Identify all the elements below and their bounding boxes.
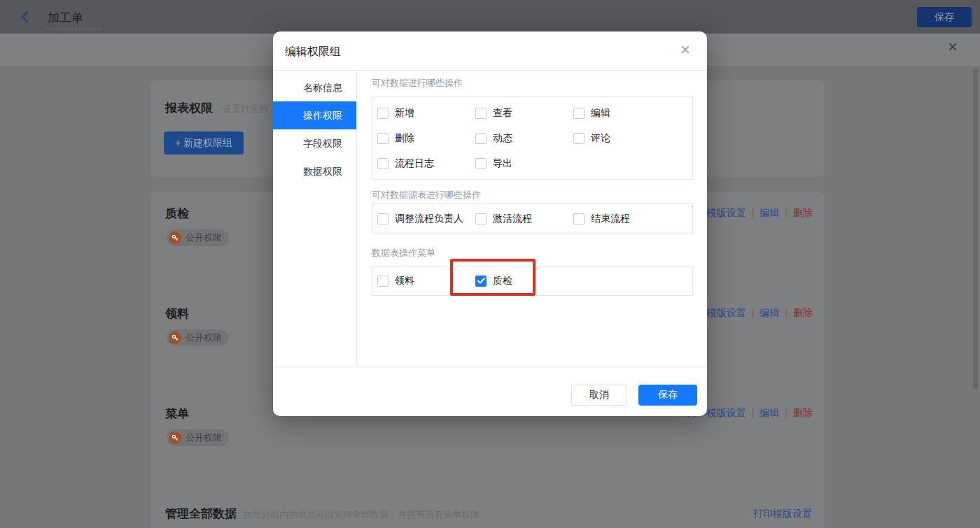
modal-footer: 取消 保存 xyxy=(273,366,707,416)
back-icon xyxy=(18,10,32,24)
page-scrollbar[interactable] xyxy=(973,68,978,389)
check-icon xyxy=(477,278,485,284)
public-permission-badge: 公开权限 xyxy=(167,229,229,246)
manage-all-title: 管理全部数据 xyxy=(165,506,237,522)
modal-title: 编辑权限组 xyxy=(285,45,341,59)
public-permission-badge: 公开权限 xyxy=(167,429,229,446)
modal-content: 可对数据进行哪些操作 新增 查看 编辑 xyxy=(357,71,707,366)
checkbox[interactable] xyxy=(573,108,584,119)
key-icon xyxy=(169,231,181,244)
link-separator: | xyxy=(752,207,755,218)
checkbox-label: 流程日志 xyxy=(395,157,434,170)
checkbox-label: 调整流程负责人 xyxy=(395,213,463,225)
datasource-operations-label: 可对数据源表进行哪些操作 xyxy=(372,190,693,201)
edit-link[interactable]: 编辑 xyxy=(760,207,779,218)
checkbox-label: 新增 xyxy=(395,107,414,120)
checkbox[interactable] xyxy=(475,158,486,169)
checkbox[interactable] xyxy=(573,213,584,224)
form-title[interactable]: 加工单 xyxy=(48,10,83,26)
checkbox-label: 删除 xyxy=(395,132,414,145)
screen: 加工单 保存 × 报表权限 设置对应的「 + 新建权限组 质检 公开权限 打印模… xyxy=(0,0,980,528)
report-permissions-hint: 设置对应的「 xyxy=(223,103,277,115)
checkbox-item: 评论 xyxy=(568,126,692,151)
link-separator: | xyxy=(752,407,755,418)
report-permissions-title: 报表权限 xyxy=(165,100,213,116)
tab-operation-permissions[interactable]: 操作权限 xyxy=(273,101,356,129)
checkbox-item: 动态 xyxy=(470,126,568,151)
checkbox[interactable] xyxy=(475,133,486,144)
group-title: 菜单 xyxy=(165,406,189,422)
checkbox-item: 查看 xyxy=(470,101,568,126)
delete-link[interactable]: 删除 xyxy=(793,307,813,318)
top-toolbar: 加工单 保存 xyxy=(0,0,980,34)
checkbox-label: 查看 xyxy=(493,107,512,120)
topbar-save-button[interactable]: 保存 xyxy=(917,7,972,27)
new-permission-group-button[interactable]: + 新建权限组 xyxy=(164,131,244,155)
modal-side-tabs: 名称信息 操作权限 字段权限 数据权限 xyxy=(273,71,357,366)
checkbox-label: 编辑 xyxy=(591,107,610,120)
checkbox-label: 结束流程 xyxy=(591,213,630,225)
group-title: 质检 xyxy=(165,206,189,222)
checkbox-label: 领料 xyxy=(395,275,414,287)
manage-all-links: 打印模版设置 xyxy=(753,508,812,520)
edit-link[interactable]: 编辑 xyxy=(760,407,779,418)
delete-link[interactable]: 删除 xyxy=(793,207,813,218)
checkbox[interactable] xyxy=(475,108,486,119)
checkbox-label: 质检 xyxy=(493,275,512,287)
delete-link[interactable]: 删除 xyxy=(793,407,813,418)
public-permission-badge: 公开权限 xyxy=(167,329,229,346)
checkbox[interactable] xyxy=(573,133,584,144)
checkbox-item: 删除 xyxy=(372,126,470,151)
print-template-link[interactable]: 打印模版设置 xyxy=(753,508,812,519)
checkbox-item: 激活流程 xyxy=(470,206,568,231)
checkbox-item: 调整流程负责人 xyxy=(372,206,470,231)
checkbox[interactable] xyxy=(475,213,486,224)
page-close-icon[interactable]: × xyxy=(948,38,958,55)
checkbox-label: 动态 xyxy=(493,132,512,145)
group-title: 领料 xyxy=(165,306,189,322)
tab-name-info[interactable]: 名称信息 xyxy=(273,73,356,101)
checkbox-item: 流程日志 xyxy=(372,151,470,176)
modal-close-icon[interactable]: × xyxy=(680,41,690,58)
key-icon xyxy=(169,431,181,444)
checkbox[interactable] xyxy=(377,276,388,287)
checkbox-item: 新增 xyxy=(372,101,470,126)
link-separator: | xyxy=(752,307,755,318)
badge-label: 公开权限 xyxy=(186,231,222,244)
badge-label: 公开权限 xyxy=(186,331,222,344)
back-button[interactable] xyxy=(18,10,32,24)
checkbox-label: 导出 xyxy=(493,157,512,170)
checkbox-label: 评论 xyxy=(591,132,610,145)
checkbox-item: 结束流程 xyxy=(568,206,692,231)
edit-permission-group-modal: 编辑权限组 × 名称信息 操作权限 字段权限 数据权限 可对数据进行哪些操作 新… xyxy=(273,31,707,416)
table-menu-label: 数据表操作菜单 xyxy=(372,248,693,259)
checkbox[interactable] xyxy=(377,158,388,169)
link-separator: | xyxy=(785,407,788,418)
checkbox-item: 领料 xyxy=(372,269,470,294)
checkbox[interactable] xyxy=(377,213,388,224)
badge-label: 公开权限 xyxy=(186,431,222,444)
data-operations-box: 新增 查看 编辑 删除 xyxy=(372,96,693,180)
link-separator: | xyxy=(785,207,788,218)
checkbox-item: 导出 xyxy=(470,151,568,176)
checkbox-item: 质检 xyxy=(470,269,568,294)
cancel-button[interactable]: 取消 xyxy=(571,385,627,406)
save-button[interactable]: 保存 xyxy=(638,385,697,406)
checkbox[interactable] xyxy=(377,133,388,144)
datasource-operations-box: 调整流程负责人 激活流程 结束流程 xyxy=(372,203,693,234)
edit-link[interactable]: 编辑 xyxy=(760,307,779,318)
checkbox-checked[interactable] xyxy=(475,276,486,287)
link-separator: | xyxy=(785,307,788,318)
tab-data-permissions[interactable]: 数据权限 xyxy=(273,157,356,185)
key-icon xyxy=(169,331,181,344)
modal-header: 编辑权限组 × xyxy=(273,31,707,71)
editable-title-underline xyxy=(47,29,102,29)
modal-body: 名称信息 操作权限 字段权限 数据权限 可对数据进行哪些操作 新增 查看 xyxy=(273,71,707,366)
manage-all-desc: 在此分组内的成员可以管理全部数据，并拥有所有菜单权限 xyxy=(243,508,479,521)
table-menu-box: 领料 质检 xyxy=(372,266,693,296)
checkbox[interactable] xyxy=(377,108,388,119)
data-operations-label: 可对数据进行哪些操作 xyxy=(372,78,693,89)
tab-field-permissions[interactable]: 字段权限 xyxy=(273,129,356,157)
checkbox-item: 编辑 xyxy=(568,101,692,126)
checkbox-label: 激活流程 xyxy=(493,213,532,225)
